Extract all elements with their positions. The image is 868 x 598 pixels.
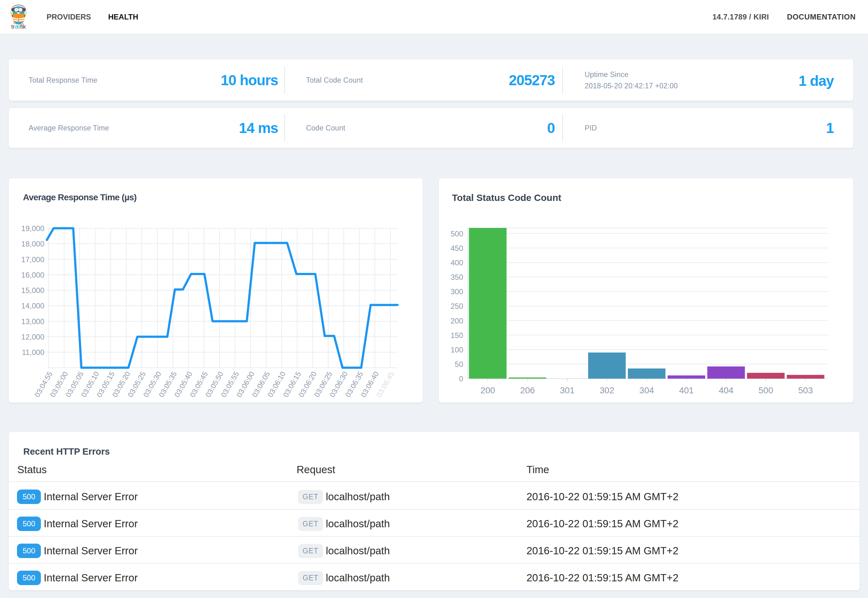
svg-text:200: 200 [480,386,495,395]
svg-text:250: 250 [450,302,463,310]
svg-text:0: 0 [459,374,463,383]
svg-text:401: 401 [679,386,694,395]
svg-text:500: 500 [759,386,773,395]
svg-text:50: 50 [455,360,463,368]
svg-text:150: 150 [450,331,463,339]
svg-text:13,000: 13,000 [21,317,44,326]
svg-text:15,000: 15,000 [21,286,44,295]
svg-text:11,000: 11,000 [22,348,44,357]
svg-text:16,000: 16,000 [21,271,44,279]
svg-text:350: 350 [450,273,463,281]
svg-text:404: 404 [718,386,733,395]
svg-text:503: 503 [798,386,813,395]
svg-text:14,000: 14,000 [21,302,44,310]
svg-text:450: 450 [450,244,463,253]
svg-text:200: 200 [450,317,463,325]
svg-text:302: 302 [600,386,615,395]
svg-text:12,000: 12,000 [21,333,44,341]
svg-text:500: 500 [450,230,463,238]
svg-text:18,000: 18,000 [21,239,44,248]
svg-text:17,000: 17,000 [21,255,44,264]
svg-text:206: 206 [520,386,535,395]
svg-text:træfik: træfik [11,23,26,30]
svg-text:304: 304 [639,386,654,395]
svg-text:400: 400 [450,259,463,267]
svg-text:301: 301 [560,386,575,395]
svg-text:19,000: 19,000 [21,224,44,233]
svg-text:100: 100 [450,345,463,354]
svg-text:300: 300 [450,287,463,296]
